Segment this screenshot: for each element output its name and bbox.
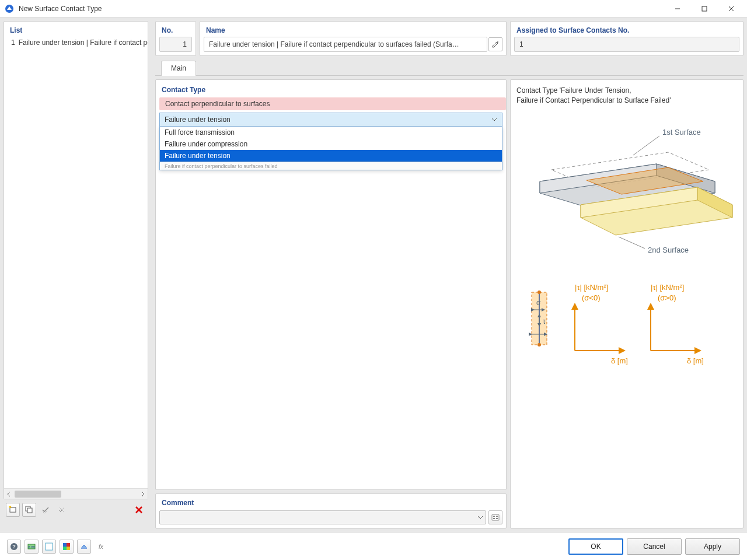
svg-rect-9 [496, 516, 498, 517]
assigned-field[interactable]: 1 [514, 37, 739, 52]
perpendicular-label: Contact perpendicular to surfaces [159, 97, 506, 110]
option-failure-tension[interactable]: Failure under tension [160, 150, 502, 162]
scroll-left-icon[interactable] [6, 491, 12, 497]
svg-point-15 [537, 290, 541, 294]
contact-type-title: Contact Type [156, 80, 506, 97]
svg-rect-10 [496, 518, 498, 519]
comment-label: Comment [156, 494, 506, 510]
svg-rect-39 [46, 543, 53, 550]
help-button[interactable]: ? [7, 540, 21, 554]
svg-rect-43 [67, 547, 70, 550]
edit-name-button[interactable] [488, 37, 502, 51]
list-header: List [4, 22, 148, 37]
minimize-button[interactable] [664, 0, 691, 18]
cancel-button[interactable]: Cancel [627, 538, 682, 555]
check-button[interactable] [39, 503, 53, 517]
left-pane: List 1 Failure under tension | Failure i… [0, 18, 152, 532]
preview-text: Contact Type 'Failure Under Tension, Fai… [516, 86, 737, 106]
fx-button[interactable]: fx [95, 540, 109, 554]
svg-text:δ [m]: δ [m] [687, 356, 704, 365]
assigned-label: Assigned to Surface Contacts No. [511, 22, 743, 37]
no-panel: No. 1 [155, 21, 196, 56]
svg-rect-2 [10, 508, 16, 512]
name-panel: Name Failure under tension | Failure if … [200, 21, 507, 56]
svg-rect-40 [63, 543, 67, 547]
svg-text:δ [m]: δ [m] [611, 356, 628, 365]
list-h-scroll[interactable] [4, 488, 148, 499]
render-button[interactable] [60, 540, 74, 554]
option-failure-compression[interactable]: Failure under compression [160, 138, 502, 150]
comment-combo[interactable] [159, 510, 486, 524]
dropdown-footer-hint: Failure if contact perpendicular to surf… [160, 162, 502, 170]
tab-main[interactable]: Main [161, 61, 196, 76]
chevron-down-icon [477, 514, 483, 520]
no-field[interactable]: 1 [159, 37, 192, 52]
list-item-label: Failure under tension | Failure if conta… [19, 38, 148, 47]
list-item-number: 1 [11, 38, 15, 47]
window-title: New Surface Contact Type [19, 5, 664, 13]
comment-lib-button[interactable] [488, 510, 502, 524]
maximize-button[interactable] [691, 0, 718, 18]
comment-panel: Comment [155, 494, 507, 528]
svg-rect-42 [63, 547, 67, 550]
svg-text:(σ>0): (σ>0) [658, 293, 676, 302]
svg-text:(σ<0): (σ<0) [582, 293, 601, 302]
name-field[interactable]: Failure under tension | Failure if conta… [204, 37, 487, 52]
svg-rect-41 [67, 543, 70, 547]
new-item-button[interactable] [6, 503, 20, 517]
svg-text:|τ| [kN/m²]: |τ| [kN/m²] [651, 283, 684, 292]
ok-button[interactable]: OK [568, 538, 623, 555]
bottom-bar: ? 0.00 fx OK Cancel Apply [0, 532, 747, 560]
preview-panel: Contact Type 'Failure Under Tension, Fai… [510, 79, 743, 528]
tab-strip: Main [155, 60, 743, 76]
svg-text:fx: fx [99, 544, 104, 550]
uncheck-button[interactable] [55, 503, 69, 517]
svg-text:1st Surface: 1st Surface [662, 128, 701, 136]
close-button[interactable] [718, 0, 745, 18]
chevron-down-icon [491, 117, 497, 123]
svg-rect-6 [492, 514, 499, 520]
no-label: No. [156, 22, 196, 37]
contact-perpendicular-value: Failure under tension [165, 116, 231, 124]
list-body: 1 Failure under tension | Failure if con… [4, 37, 148, 488]
list-tools [4, 499, 148, 517]
titlebar: New Surface Contact Type [0, 0, 747, 18]
svg-text:0.00: 0.00 [28, 545, 35, 549]
color-button[interactable] [42, 540, 56, 554]
svg-rect-4 [27, 508, 32, 513]
svg-rect-8 [493, 518, 495, 519]
list-panel: List 1 Failure under tension | Failure i… [4, 21, 148, 499]
units-button[interactable]: 0.00 [25, 540, 39, 554]
svg-text:τ: τ [543, 317, 546, 326]
contact-type-panel: Contact Type Contact perpendicular to su… [155, 79, 507, 490]
svg-rect-1 [702, 6, 707, 11]
apply-button[interactable]: Apply [685, 538, 740, 555]
svg-point-16 [537, 343, 541, 346]
contact-perpendicular-select[interactable]: Failure under tension [159, 113, 502, 127]
preview-diagram: 1st Surface [516, 117, 738, 456]
right-pane: No. 1 Name Failure under tension | Failu… [152, 18, 747, 532]
scroll-right-icon[interactable] [139, 491, 145, 497]
copy-item-button[interactable] [22, 503, 36, 517]
svg-point-5 [497, 41, 498, 43]
view-button[interactable] [77, 540, 91, 554]
scroll-thumb[interactable] [15, 491, 61, 498]
contact-perpendicular-dropdown: Full force transmission Failure under co… [159, 127, 502, 170]
svg-text:?: ? [12, 544, 16, 550]
option-full-force[interactable]: Full force transmission [160, 127, 502, 138]
assigned-panel: Assigned to Surface Contacts No. 1 [510, 21, 743, 56]
delete-item-button[interactable] [132, 503, 146, 517]
list-item[interactable]: 1 Failure under tension | Failure if con… [4, 37, 148, 48]
svg-text:2nd Surface: 2nd Surface [648, 246, 689, 254]
name-label: Name [200, 22, 506, 37]
app-icon [5, 4, 14, 13]
svg-rect-7 [493, 516, 495, 517]
svg-text:|τ| [kN/m²]: |τ| [kN/m²] [575, 283, 608, 292]
svg-text:σ: σ [536, 299, 541, 307]
